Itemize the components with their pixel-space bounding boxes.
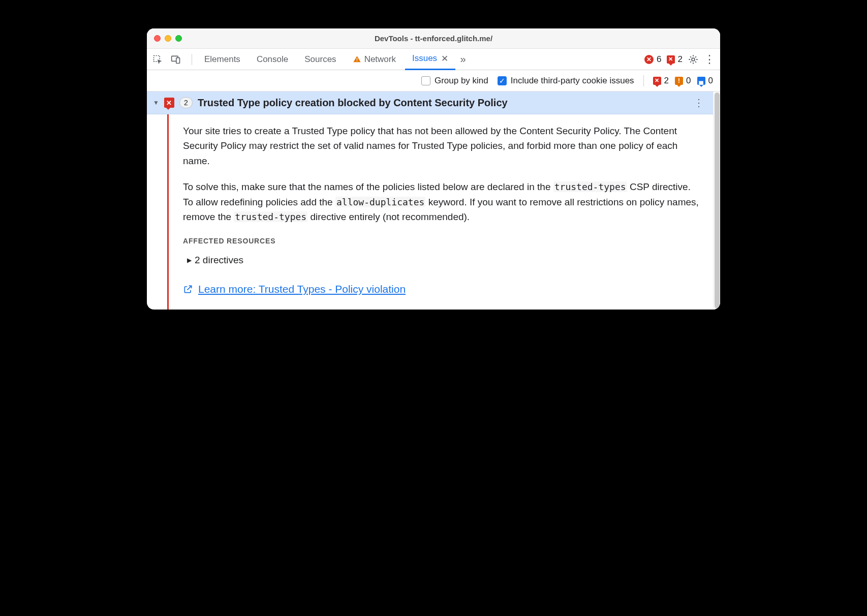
issue-kind-counts: ✕ 2 ! 0 ▄ 0 (653, 76, 713, 86)
issue-description-1: Your site tries to create a Trusted Type… (183, 124, 701, 168)
checkbox-checked-icon: ✓ (498, 76, 507, 85)
checkbox-unchecked-icon (421, 76, 430, 85)
count-info[interactable]: ▄ 0 (697, 76, 713, 86)
learn-more-link[interactable]: Learn more: Trusted Types - Policy viola… (198, 281, 406, 298)
scrollbar-thumb[interactable] (715, 93, 720, 309)
panel-tabbar: Elements Console Sources Network Issues … (147, 49, 720, 70)
svg-rect-2 (176, 57, 180, 63)
count-warnings-value: 0 (686, 76, 691, 86)
error-circle-icon: ✕ (644, 55, 654, 64)
issue-error-count-value: 2 (678, 54, 683, 65)
learn-more-row: Learn more: Trusted Types - Policy viola… (183, 281, 701, 298)
issue-info-icon: ▄ (697, 77, 705, 85)
devtools-window: DevTools - tt-enforced.glitch.me/ Elemen… (147, 28, 720, 310)
issue-description-2: To solve this, make sure that the names … (183, 179, 701, 224)
issue-title: Trusted Type policy creation blocked by … (198, 97, 686, 109)
scrollbar[interactable] (713, 91, 720, 310)
code-trusted-types: trusted-types (553, 181, 627, 192)
tab-sources[interactable]: Sources (297, 49, 343, 70)
count-errors-value: 2 (664, 76, 669, 86)
chevron-right-icon: ▶ (187, 256, 192, 265)
code-allow-duplicates: allow-duplicates (335, 197, 425, 207)
count-info-value: 0 (708, 76, 713, 86)
device-toolbar-icon[interactable] (170, 54, 181, 65)
chevron-down-icon[interactable]: ▼ (153, 99, 159, 106)
issue-warning-icon: ! (675, 77, 683, 85)
code-trusted-types-2: trusted-types (234, 211, 307, 222)
window-title: DevTools - tt-enforced.glitch.me/ (147, 34, 720, 43)
issue-body: Your site tries to create a Trusted Type… (169, 114, 713, 310)
window-maximize-button[interactable] (175, 35, 182, 42)
close-icon[interactable]: ✕ (441, 53, 448, 64)
toolbar-divider (643, 75, 644, 86)
issue-error-icon: ✕ (667, 55, 675, 64)
tab-elements[interactable]: Elements (197, 49, 247, 70)
more-tabs-icon[interactable]: » (457, 54, 469, 65)
third-party-label: Include third-party cookie issues (511, 76, 634, 86)
inspect-element-icon[interactable] (152, 54, 163, 65)
svg-rect-3 (356, 58, 357, 60)
tab-console[interactable]: Console (250, 49, 295, 70)
issues-filter-bar: Group by kind ✓ Include third-party cook… (147, 70, 720, 91)
issue-error-icon: ✕ (653, 77, 661, 85)
error-count[interactable]: ✕ 6 (644, 54, 661, 65)
kebab-menu-icon[interactable]: ⋮ (704, 54, 715, 65)
issue-count-pill: 2 (179, 97, 193, 108)
count-errors[interactable]: ✕ 2 (653, 76, 669, 86)
group-by-kind-label: Group by kind (435, 76, 488, 86)
issue-row-header[interactable]: ▼ ✕ 2 Trusted Type policy creation block… (147, 91, 713, 114)
group-by-kind-checkbox[interactable]: Group by kind (421, 76, 488, 86)
window-minimize-button[interactable] (165, 35, 171, 42)
svg-point-5 (692, 58, 695, 61)
tab-issues[interactable]: Issues ✕ (405, 49, 455, 70)
tab-network[interactable]: Network (346, 49, 403, 70)
window-controls (154, 35, 182, 42)
issue-error-count[interactable]: ✕ 2 (667, 54, 683, 65)
external-link-icon (183, 284, 193, 294)
error-count-value: 6 (657, 54, 661, 65)
affected-directives-expander[interactable]: ▶ 2 directives (187, 253, 701, 267)
window-close-button[interactable] (154, 35, 161, 42)
settings-icon[interactable] (688, 54, 699, 65)
third-party-checkbox[interactable]: ✓ Include third-party cookie issues (498, 76, 634, 86)
issue-body-wrap: Your site tries to create a Trusted Type… (147, 114, 713, 310)
count-warnings[interactable]: ! 0 (675, 76, 691, 86)
tab-issues-label: Issues (412, 53, 437, 64)
kebab-menu-icon[interactable]: ⋮ (691, 97, 707, 109)
toolbar-divider (192, 54, 192, 65)
affected-resources-label: AFFECTED RESOURCES (183, 236, 701, 247)
svg-rect-4 (356, 60, 357, 61)
titlebar: DevTools - tt-enforced.glitch.me/ (147, 28, 720, 49)
issue-error-icon: ✕ (164, 98, 174, 108)
tab-network-label: Network (364, 54, 396, 65)
directives-label: 2 directives (195, 253, 243, 267)
